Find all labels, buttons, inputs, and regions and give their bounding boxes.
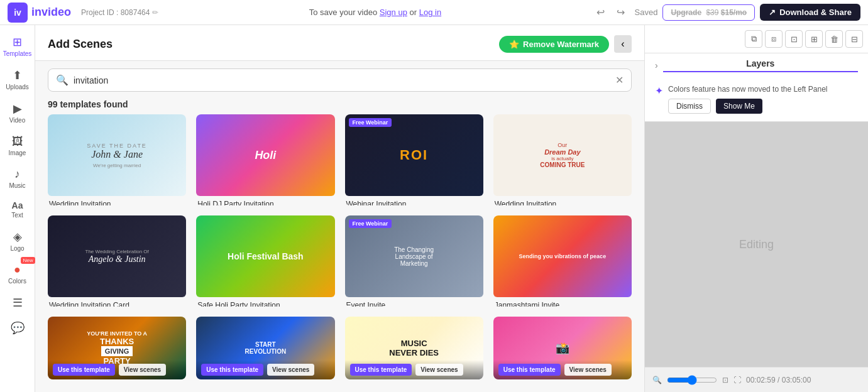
template-thumb-12: 📸 Use this template View scenes <box>493 317 632 379</box>
template-thumb-10: START REVOLUTION Use this template View … <box>196 317 334 379</box>
colors-icon: ● <box>14 263 21 276</box>
sidebar-item-text[interactable]: Aa Text <box>1 195 34 224</box>
colors-notice-text: Colors feature has now moved to the Left… <box>668 85 827 94</box>
template-card-11[interactable]: MUSIC NEVER DIES Use this template View … <box>345 317 483 379</box>
template-thumb-2: Holi Use this template View scenes <box>196 114 334 196</box>
sidebar-item-layers[interactable]: ☰ <box>1 291 34 315</box>
undo-button[interactable]: ↩ <box>592 4 610 21</box>
view-scenes-button-10[interactable]: View scenes <box>267 364 314 376</box>
right-panel-toolbar: ⧉ ⧇ ⊡ ⊞ 🗑 ⊟ <box>645 25 868 53</box>
redo-button[interactable]: ↪ <box>612 4 630 21</box>
template-card-9[interactable]: YOU'RE INVITED TO A THANKS GIVING PARTY … <box>48 317 186 379</box>
view-scenes-button-8[interactable]: View scenes <box>564 281 612 293</box>
copy-button[interactable]: ⧉ <box>745 30 762 48</box>
sidebar-item-uploads[interactable]: ⬆ Uploads <box>1 63 34 95</box>
login-link[interactable]: Log in <box>419 8 441 17</box>
templates-icon: ⊞ <box>13 35 22 49</box>
use-template-button-7[interactable]: Use this template <box>350 281 412 293</box>
template-card-10[interactable]: START REVOLUTION Use this template View … <box>196 317 334 379</box>
zoom-slider[interactable] <box>667 375 717 385</box>
template-name-1: Wedding Invitation <box>48 200 186 205</box>
project-id: Project ID : 8087464 ✏ <box>81 8 158 17</box>
remove-watermark-button[interactable]: ⭐ Remove Watermark <box>499 36 609 53</box>
show-me-button[interactable]: Show Me <box>716 99 762 114</box>
chat-icon: 💬 <box>11 321 25 335</box>
template-card-12[interactable]: 📸 Use this template View scenes <box>493 317 632 379</box>
search-input[interactable] <box>74 75 610 85</box>
template-card-8[interactable]: Sending you vibrations of peace Use this… <box>493 215 632 307</box>
view-scenes-button-1[interactable]: View scenes <box>119 180 166 192</box>
logo: iv invideo <box>8 3 71 23</box>
shrink-button[interactable]: ⊡ <box>785 30 803 48</box>
delete-button[interactable]: 🗑 <box>825 30 843 48</box>
template-card-4[interactable]: Our Dream Day is actually COMING TRUE Us… <box>493 114 632 205</box>
use-template-button-2[interactable]: Use this template <box>201 180 263 192</box>
use-template-button-10[interactable]: Use this template <box>201 364 263 376</box>
use-template-button-5[interactable]: Use this template <box>53 281 115 293</box>
edit-project-icon[interactable]: ✏ <box>152 8 158 17</box>
duplicate-button[interactable]: ⧇ <box>765 30 783 48</box>
template-card-5[interactable]: The Wedding Celebration Of Angelo & Just… <box>48 215 186 307</box>
view-scenes-button-5[interactable]: View scenes <box>119 281 166 293</box>
expand-button[interactable]: ⊞ <box>805 30 823 48</box>
use-template-button-4[interactable]: Use this template <box>498 180 561 192</box>
use-template-button-9[interactable]: Use this template <box>53 364 115 376</box>
use-template-button-11[interactable]: Use this template <box>350 364 412 376</box>
sidebar-item-chat[interactable]: 💬 <box>1 316 34 340</box>
time-display: 00:02:59 / 03:05:00 <box>746 376 811 384</box>
template-card-6[interactable]: Holi Festival Bash Use this template Vie… <box>196 215 334 307</box>
search-bar: 🔍 ✕ <box>48 68 632 92</box>
sidebar-item-video[interactable]: ▶ Video <box>1 97 34 129</box>
template-thumb-1: SAVE THE DATE John & Jane We're getting … <box>48 114 186 196</box>
view-scenes-button-6[interactable]: View scenes <box>267 281 314 293</box>
template-overlay-9: Use this template View scenes <box>48 360 186 379</box>
view-scenes-button-2[interactable]: View scenes <box>267 180 314 192</box>
sidebar-item-templates[interactable]: ⊞ Templates <box>1 30 34 62</box>
fit-icon[interactable]: ⊡ <box>722 376 728 384</box>
template-card-1[interactable]: SAVE THE DATE John & Jane We're getting … <box>48 114 186 205</box>
template-thumb-11: MUSIC NEVER DIES Use this template View … <box>345 317 483 379</box>
template-thumb-5: The Wedding Celebration Of Angelo & Just… <box>48 215 186 297</box>
grid-button[interactable]: ⊟ <box>845 30 863 48</box>
panel-header: Add Scenes ⭐ Remove Watermark ‹ <box>35 25 644 61</box>
dismiss-button[interactable]: Dismiss <box>668 99 711 114</box>
template-card-7[interactable]: Free Webinar The Changing Landscape of M… <box>345 215 483 307</box>
use-template-button-12[interactable]: Use this template <box>498 364 561 376</box>
template-card-2[interactable]: Holi Use this template View scenes Holi … <box>196 114 334 205</box>
sidebar-label-uploads: Uploads <box>6 84 29 90</box>
panel-title: Add Scenes <box>48 38 113 51</box>
sidebar-item-logo[interactable]: ◈ Logo <box>1 225 34 257</box>
fullscreen-icon[interactable]: ⛶ <box>733 376 741 384</box>
view-scenes-button-7[interactable]: View scenes <box>415 281 463 293</box>
image-icon: 🖼 <box>12 135 23 148</box>
upgrade-button[interactable]: Upgrade $39 $15/mo <box>662 4 755 21</box>
download-share-button[interactable]: ↗ Download & Share <box>760 4 860 21</box>
template-thumb-6: Holi Festival Bash Use this template Vie… <box>196 215 334 297</box>
use-template-button-8[interactable]: Use this template <box>498 281 561 293</box>
use-template-button-3[interactable]: Use this template <box>350 180 412 192</box>
view-scenes-button-12[interactable]: View scenes <box>564 364 612 376</box>
uploads-icon: ⬆ <box>13 68 22 82</box>
layers-collapse-button[interactable]: › <box>655 60 658 70</box>
sidebar-item-image[interactable]: 🖼 Image <box>1 130 34 161</box>
use-template-button-6[interactable]: Use this template <box>201 281 263 293</box>
template-thumb-3: Free Webinar ROI Use this template View … <box>345 114 483 196</box>
results-count: 99 templates found <box>35 99 644 114</box>
sidebar-item-music[interactable]: ♪ Music <box>1 163 34 194</box>
template-card-3[interactable]: Free Webinar ROI Use this template View … <box>345 114 483 205</box>
view-scenes-button-4[interactable]: View scenes <box>564 180 612 192</box>
template-thumb-4: Our Dream Day is actually COMING TRUE Us… <box>493 114 632 196</box>
right-panel: ⧉ ⧇ ⊡ ⊞ 🗑 ⊟ › Layers ✦ Colors feature ha… <box>645 25 868 392</box>
view-scenes-button-3[interactable]: View scenes <box>415 180 463 192</box>
view-scenes-button-9[interactable]: View scenes <box>119 364 166 376</box>
use-template-button-1[interactable]: Use this template <box>53 180 115 192</box>
template-overlay-12: Use this template View scenes <box>493 360 632 379</box>
layers-icon: ☰ <box>13 296 23 310</box>
view-scenes-button-11[interactable]: View scenes <box>415 364 463 376</box>
collapse-panel-button[interactable]: ‹ <box>614 35 632 53</box>
signup-link[interactable]: Sign up <box>380 8 407 17</box>
clear-search-button[interactable]: ✕ <box>615 74 624 86</box>
template-name-2: Holi DJ Party Invitation <box>196 200 334 205</box>
zoom-in-icon[interactable]: 🔍 <box>652 376 662 384</box>
sidebar-label-video: Video <box>9 117 25 124</box>
